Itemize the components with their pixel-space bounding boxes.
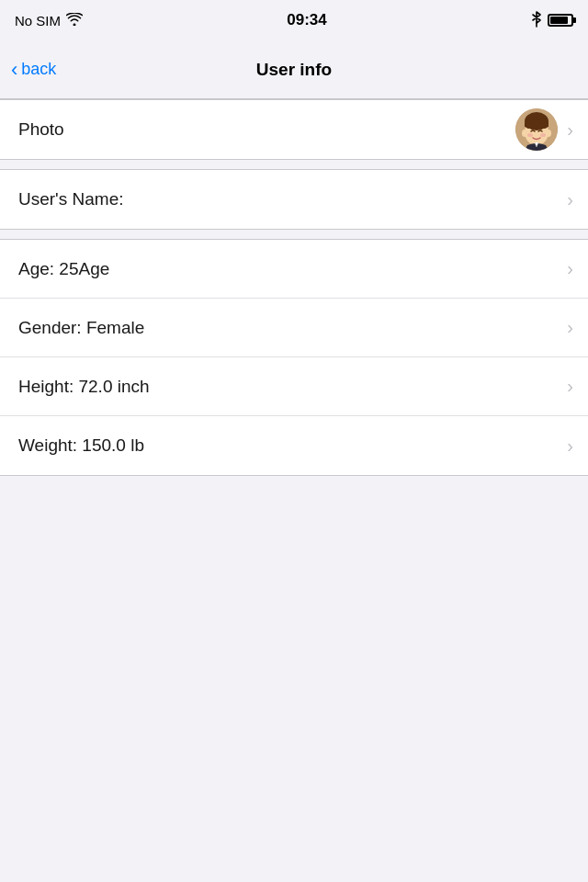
gender-label: Gender: Female xyxy=(18,318,144,338)
weight-label: Weight: 150.0 lb xyxy=(18,435,144,456)
gap-1 xyxy=(0,160,588,169)
gap-2 xyxy=(0,230,588,239)
details-section: Age: 25Age › Gender: Female › Height: 72… xyxy=(0,239,588,476)
status-time: 09:34 xyxy=(287,11,326,29)
gender-chevron-icon: › xyxy=(567,317,573,338)
age-row[interactable]: Age: 25Age › xyxy=(0,240,588,299)
age-chevron-icon: › xyxy=(567,258,573,279)
avatar xyxy=(515,108,558,151)
age-label: Age: 25Age xyxy=(18,259,109,279)
battery-indicator xyxy=(548,14,573,27)
name-label: User's Name: xyxy=(18,189,123,209)
weight-row[interactable]: Weight: 150.0 lb › xyxy=(0,416,588,475)
carrier-label: No SIM xyxy=(15,13,61,28)
svg-point-9 xyxy=(527,133,533,137)
back-button[interactable]: ‹ back xyxy=(11,60,56,80)
photo-section: Photo xyxy=(0,99,588,160)
height-chevron-icon: › xyxy=(567,376,573,397)
weight-chevron-icon: › xyxy=(567,435,573,457)
height-right: › xyxy=(567,376,573,397)
back-chevron-icon: ‹ xyxy=(11,60,17,80)
status-bar: No SIM 09:34 xyxy=(0,0,588,40)
back-label: back xyxy=(21,60,56,79)
status-carrier-wifi: No SIM xyxy=(15,13,83,28)
page-title: User info xyxy=(256,60,332,80)
svg-point-6 xyxy=(539,121,548,129)
navigation-bar: ‹ back User info xyxy=(0,40,588,99)
name-section: User's Name: › xyxy=(0,169,588,230)
photo-right: › xyxy=(515,108,573,151)
name-row[interactable]: User's Name: › xyxy=(0,170,588,229)
name-right: › xyxy=(567,189,573,210)
gender-row[interactable]: Gender: Female › xyxy=(0,299,588,357)
wifi-icon xyxy=(66,13,83,28)
height-label: Height: 72.0 inch xyxy=(18,377,150,397)
status-icons xyxy=(531,11,573,30)
gender-right: › xyxy=(567,317,573,338)
age-right: › xyxy=(567,258,573,279)
photo-label: Photo xyxy=(18,119,64,140)
svg-point-7 xyxy=(522,130,527,137)
photo-row[interactable]: Photo xyxy=(0,100,588,159)
height-row[interactable]: Height: 72.0 inch › xyxy=(0,357,588,416)
weight-right: › xyxy=(567,435,573,457)
photo-chevron-icon: › xyxy=(567,119,573,141)
name-chevron-icon: › xyxy=(567,189,573,210)
bluetooth-icon xyxy=(531,11,542,30)
svg-point-10 xyxy=(540,133,546,137)
svg-point-8 xyxy=(546,130,551,137)
